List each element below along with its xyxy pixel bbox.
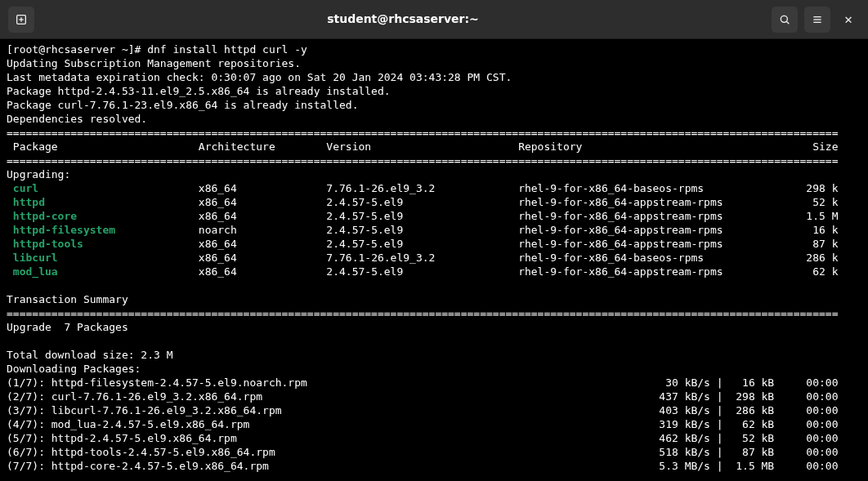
- terminal-line: mod_lua x86_64 2.4.57-5.el9 rhel-9-for-x…: [7, 265, 861, 278]
- terminal-line: (6/7): httpd-tools-2.4.57-5.el9.x86_64.r…: [7, 445, 861, 459]
- search-icon: [778, 13, 791, 26]
- terminal-line: httpd-tools x86_64 2.4.57-5.el9 rhel-9-f…: [7, 237, 861, 251]
- terminal-line: Package httpd-2.4.53-11.el9_2.5.x86_64 i…: [7, 84, 861, 98]
- terminal-line: Downloading Packages:: [7, 362, 861, 376]
- terminal-line: Upgrade 7 Packages: [7, 320, 861, 334]
- terminal-line: Updating Subscription Management reposit…: [7, 56, 861, 70]
- window-title: student@rhcsaserver:~: [41, 12, 765, 26]
- terminal-line: curl x86_64 7.76.1-26.el9_3.2 rhel-9-for…: [7, 181, 861, 195]
- terminal-line: (3/7): libcurl-7.76.1-26.el9_3.2.x86_64.…: [7, 403, 861, 417]
- terminal-line: [root@rhcsaserver ~]# dnf install httpd …: [7, 42, 861, 56]
- terminal-line: Last metadata expiration check: 0:30:07 …: [7, 70, 861, 84]
- terminal-line: (2/7): curl-7.76.1-26.el9_3.2.x86_64.rpm…: [7, 390, 861, 403]
- terminal-line: Total download size: 2.3 M: [7, 348, 861, 362]
- terminal-line: httpd-filesystem noarch 2.4.57-5.el9 rhe…: [7, 223, 861, 237]
- terminal-line: ========================================…: [7, 154, 861, 167]
- terminal-line: Package Architecture Version Repository …: [7, 140, 861, 154]
- new-tab-icon: [15, 13, 28, 26]
- svg-line-4: [786, 21, 789, 24]
- new-tab-button[interactable]: [8, 7, 34, 33]
- terminal-line: (5/7): httpd-2.4.57-5.el9.x86_64.rpm 462…: [7, 431, 861, 445]
- terminal-line: httpd x86_64 2.4.57-5.el9 rhel-9-for-x86…: [7, 195, 861, 209]
- terminal-line: ========================================…: [7, 126, 861, 140]
- terminal-line: Transaction Summary: [7, 292, 861, 306]
- terminal-line: (7/7): httpd-core-2.4.57-5.el9.x86_64.rp…: [7, 459, 861, 473]
- terminal-line: libcurl x86_64 7.76.1-26.el9_3.2 rhel-9-…: [7, 251, 861, 265]
- terminal-line: (4/7): mod_lua-2.4.57-5.el9.x86_64.rpm 3…: [7, 417, 861, 431]
- menu-button[interactable]: [804, 7, 830, 33]
- hamburger-icon: [811, 13, 824, 26]
- terminal-line: ========================================…: [7, 306, 861, 320]
- terminal-line: Upgrading:: [7, 167, 861, 181]
- terminal-line: (1/7): httpd-filesystem-2.4.57-5.el9.noa…: [7, 376, 861, 390]
- close-button[interactable]: ✕: [837, 8, 860, 31]
- close-icon: ✕: [844, 12, 852, 26]
- search-button[interactable]: [772, 7, 798, 33]
- terminal-output[interactable]: [root@rhcsaserver ~]# dnf install httpd …: [0, 39, 868, 473]
- terminal-line: Package curl-7.76.1-23.el9.x86_64 is alr…: [7, 98, 861, 112]
- terminal-line: httpd-core x86_64 2.4.57-5.el9 rhel-9-fo…: [7, 209, 861, 223]
- titlebar: student@rhcsaserver:~ ✕: [0, 0, 868, 39]
- terminal-line: Dependencies resolved.: [7, 112, 861, 126]
- terminal-line: [7, 334, 861, 348]
- terminal-line: [7, 278, 861, 292]
- svg-point-3: [781, 16, 787, 22]
